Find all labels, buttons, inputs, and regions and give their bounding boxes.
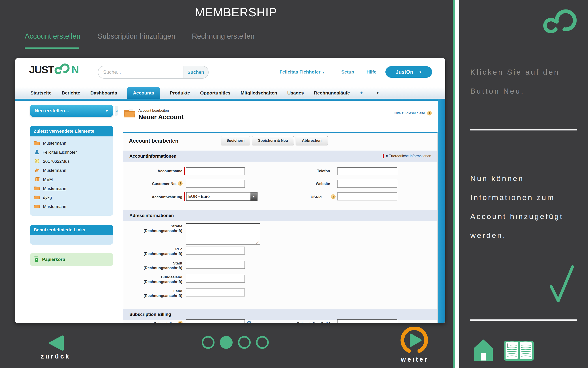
app-switcher[interactable]: JustOn▼: [385, 66, 432, 78]
subscription-build-field[interactable]: [337, 319, 397, 323]
chevron-down-icon: ▼: [250, 193, 257, 201]
carousel-dot[interactable]: [238, 336, 251, 349]
bundesland-field[interactable]: [186, 275, 245, 283]
carousel-dot[interactable]: [256, 336, 269, 349]
currency-select[interactable]: EUR - Euro ▼: [186, 192, 257, 201]
recent-link[interactable]: Mustermann: [43, 186, 66, 191]
step-tab-subscription-hinzufuegen[interactable]: Subscription hinzufügen: [98, 32, 175, 40]
tab-opportunities[interactable]: Opportunities: [200, 87, 231, 99]
recent-items-panel: Mustermann Felicitas Eichhofer 20170622M…: [30, 137, 113, 216]
step-tab-account-erstellen[interactable]: Account erstellen: [25, 32, 80, 40]
user-menu[interactable]: Felicitas Fichhofer▼: [280, 69, 325, 75]
field-label-bundesland: Bundesland (Rechnungsanschrift): [123, 275, 182, 284]
recent-link[interactable]: Mustermann: [43, 141, 66, 146]
page-help-link[interactable]: Hilfe zu dieser Seite: [394, 111, 425, 115]
form-title: Account bearbeiten: [129, 138, 178, 144]
trash-icon: [34, 256, 39, 263]
setup-link[interactable]: Setup: [341, 69, 354, 75]
subscription-field[interactable]: [186, 319, 245, 323]
field-label-ustid: USt-Id: [278, 195, 322, 199]
accountname-field[interactable]: [186, 167, 245, 175]
field-help-icon[interactable]: ?: [178, 181, 183, 186]
telefon-field[interactable]: [337, 167, 397, 175]
tab-accounts[interactable]: Accounts: [127, 87, 160, 99]
custom-links-header: Benutzerdefinierte Links: [30, 225, 113, 235]
panel-separator-green: [453, 0, 455, 368]
plz-field[interactable]: [186, 247, 245, 255]
list-item: MEM: [30, 175, 113, 184]
save-button[interactable]: Speichern: [221, 136, 250, 145]
tab-produkte[interactable]: Produkte: [170, 87, 190, 99]
global-search: Suchen: [98, 66, 209, 79]
tab-usages[interactable]: Usages: [287, 87, 304, 99]
stadt-field[interactable]: [186, 261, 245, 269]
field-label-telefon: Telefon: [278, 169, 330, 173]
required-legend: = Erforderliche Informationen: [383, 154, 431, 158]
juston-logo: JUST N: [29, 62, 79, 77]
help-question-icon[interactable]: ?: [427, 111, 432, 115]
field-label-website: Website: [278, 182, 330, 186]
next-button[interactable]: weiter: [397, 356, 432, 363]
required-marker-icon: [184, 167, 185, 175]
tab-bar-underline: [15, 99, 445, 101]
handbook-icon[interactable]: i: [503, 339, 534, 363]
land-field[interactable]: [186, 288, 245, 296]
search-input[interactable]: [98, 66, 183, 78]
save-and-new-button[interactable]: Speichern & Neu: [252, 136, 294, 145]
field-label-plz: PLZ (Rechnungsanschrift): [123, 247, 182, 256]
recent-link[interactable]: dykg: [43, 195, 52, 200]
membership-icon: [34, 167, 40, 173]
help-link-top[interactable]: Hilfe: [366, 69, 377, 75]
create-new-dropdown[interactable]: Neu erstellen... ▼: [30, 105, 113, 117]
website-field[interactable]: [337, 180, 397, 188]
field-label-subscription-build: Subscription Build: [278, 321, 330, 323]
carousel-dot-active[interactable]: [220, 336, 233, 349]
tab-mitgliedschaften[interactable]: Mitgliedschaften: [241, 87, 277, 99]
recent-link[interactable]: 20170622Mus: [43, 159, 70, 164]
recent-link[interactable]: MEM: [43, 177, 53, 182]
divider-line: [470, 319, 577, 321]
list-item: Felicitas Eichhofer: [30, 148, 113, 157]
account-folder-icon: [123, 108, 136, 119]
back-button[interactable]: zurück: [32, 353, 79, 360]
field-label-strasse: Straße (Rechnungsanschrift): [123, 224, 182, 233]
recycle-bin[interactable]: Papierkorb: [30, 253, 113, 266]
strasse-textarea[interactable]: [186, 223, 260, 245]
next-arrow-icon[interactable]: [400, 327, 429, 357]
field-help-icon[interactable]: ?: [178, 321, 183, 323]
recent-link[interactable]: Mustermann: [43, 204, 66, 209]
field-label-subscription: Subscription: [132, 321, 177, 323]
tab-berichte[interactable]: Berichte: [62, 87, 80, 99]
customer-no-field[interactable]: [186, 180, 245, 188]
main-tab-bar: Startseite Berichte Dashboards Accounts …: [15, 87, 445, 99]
field-help-icon[interactable]: ?: [331, 194, 335, 199]
lookup-magnifier-icon[interactable]: [247, 320, 253, 323]
invoice-icon: [34, 158, 40, 165]
chevron-down-icon: ▼: [419, 70, 422, 74]
carousel-dot[interactable]: [202, 336, 215, 349]
cancel-button[interactable]: Abbrechen: [296, 136, 328, 145]
tab-dashboards[interactable]: Dashboards: [90, 87, 117, 99]
field-label-stadt: Stadt (Rechnungsanschrift): [123, 261, 182, 270]
step-tab-rechnung-erstellen[interactable]: Rechnung erstellen: [192, 32, 255, 40]
tabs-overflow-icon[interactable]: ▼: [376, 87, 379, 99]
panel-separator-white: [455, 0, 459, 368]
section-subscription-billing: Subscription Billing: [123, 309, 438, 320]
ustid-field[interactable]: [337, 193, 397, 201]
instruction-previous: Klicken Sie auf den Button Neu.: [470, 63, 576, 101]
recent-link[interactable]: Mustermann: [43, 168, 66, 173]
tab-startseite[interactable]: Startseite: [30, 87, 52, 99]
home-icon[interactable]: [474, 340, 493, 362]
recent-link[interactable]: Felicitas Eichhofer: [43, 150, 77, 155]
tab-rechnungslaeufe[interactable]: Rechnungsläufe: [314, 87, 350, 99]
sidebar-collapse-handle[interactable]: ◄: [115, 106, 118, 116]
recycle-bin-label: Papierkorb: [42, 257, 65, 262]
folder-icon: [34, 140, 40, 146]
active-step-underline: [25, 47, 79, 49]
chevron-down-icon: ▼: [322, 71, 325, 74]
search-button[interactable]: Suchen: [183, 66, 208, 78]
tab-add-plus[interactable]: +: [360, 87, 363, 99]
recent-items-header: Zuletzt verwendete Elemente: [30, 126, 113, 137]
user-icon: [34, 149, 39, 156]
back-arrow-icon[interactable]: [48, 335, 65, 352]
